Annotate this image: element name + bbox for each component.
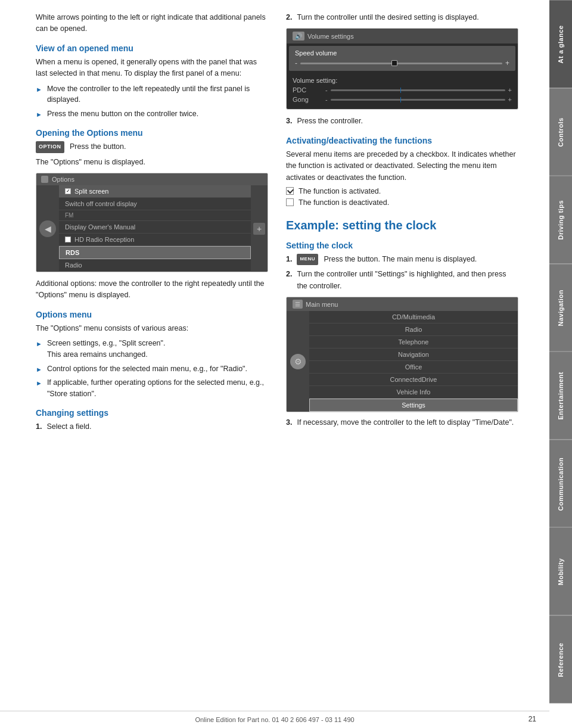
numbered-item-move-left: 3. If necessary, move the controller to … [286, 417, 518, 428]
sidebar-tab-driving-tips[interactable]: Driving tips [549, 176, 572, 264]
menu-item-display-owners-label: Display Owner's Manual [65, 223, 135, 231]
menu-item-rds-label: RDS [66, 249, 79, 256]
menu-item-radio: Radio [59, 259, 251, 272]
main-menu-left-nav: ⚙ [287, 311, 309, 412]
menu-item-switch-off-label: Switch off control display [65, 200, 137, 207]
bullet-screen-settings-content: Screen settings, e.g., "Split screen". T… [47, 338, 166, 360]
nav-circle: ◀ [39, 220, 56, 237]
bullet-screen-settings-text: Screen settings, e.g., "Split screen". [47, 339, 166, 347]
numbered-item-turn-controller: 2. Turn the controller until the desired… [286, 12, 518, 23]
speed-volume-slider-row: - + [295, 59, 509, 67]
numbered-item-select-field-text: Select a field. [46, 421, 91, 433]
bullet-item-2: ► Press the menu button on the controlle… [36, 108, 268, 120]
check-inactive-icon [286, 198, 294, 206]
pdc-plus: + [508, 86, 512, 94]
main-menu-item-vehicle-info: Vehicle Info [309, 386, 518, 399]
pdc-indicator [400, 88, 401, 93]
turn-settings-num: 2. [286, 269, 292, 280]
numbered-item-turn-settings: 2. Turn the controller until "Settings" … [286, 269, 518, 292]
sidebar-tab-entertainment[interactable]: Entertainment [549, 351, 572, 440]
pdc-slider [331, 89, 505, 91]
plus-button: + [253, 223, 265, 235]
main-menu-item-connected-drive: ConnectedDrive [309, 374, 518, 386]
gong-label: Gong [293, 96, 322, 103]
main-menu-screen-image: ☰ Main menu ⚙ CD/Multimedia Radio Teleph… [286, 297, 518, 412]
footer-text: Online Edition for Part no. 01 40 2 606 … [195, 716, 354, 723]
menu-button-label: MENU [297, 254, 318, 265]
bullet-arrow-4: ► [36, 365, 42, 375]
volume-settings-section: Volume setting: PDC - + Gong - + [287, 73, 518, 109]
bullet-arrow-3: ► [36, 339, 42, 349]
press-menu-num: 1. [286, 254, 292, 265]
sidebar-tab-mobility[interactable]: Mobility [549, 527, 572, 615]
sidebar-tab-reference[interactable]: Reference [549, 615, 572, 704]
option-button-label: OPTION [36, 141, 64, 153]
pdc-setting-row: PDC - + [293, 86, 512, 94]
bullet-screen-settings: ► Screen settings, e.g., "Split screen".… [36, 338, 268, 360]
options-menu-desc-para: The "Options" menu consists of various a… [36, 323, 268, 334]
section-heading-setting-clock: Setting the clock [286, 241, 518, 250]
numbered-item-press-menu: 1. MENU Press the button. The main menu … [286, 254, 518, 265]
volume-screen-image: 🔊 Volume settings Speed volume - + Volum… [286, 28, 518, 110]
main-menu-item-office: Office [309, 361, 518, 374]
section-heading-opened-menu: View of an opened menu [36, 43, 268, 53]
menu-item-hd-radio: HD Radio Reception [59, 234, 251, 246]
check-inactive-row: The function is deactivated. [286, 198, 518, 207]
section-heading-options-menu: Opening the Options menu [36, 128, 268, 138]
opened-menu-para: When a menu is opened, it generally open… [36, 57, 268, 80]
speed-vol-minus: - [295, 59, 297, 67]
menu-section-fm: FM [59, 210, 251, 221]
bullet-arrow-1: ► [36, 85, 42, 95]
press-menu-content: MENU Press the button. The main menu is … [297, 254, 477, 265]
options-screen-right-btn: + [251, 185, 268, 272]
menu-item-rds: RDS [59, 246, 251, 259]
speed-volume-row: Speed volume - + [289, 46, 515, 71]
volume-settings-title: Volume setting: [293, 77, 512, 84]
sidebar-tab-controls[interactable]: Controls [549, 88, 572, 176]
press-menu-text: Press the button. The main menu is displ… [324, 255, 477, 263]
pdc-label: PDC [293, 86, 322, 94]
main-menu-title-bar: ☰ Main menu [287, 297, 518, 311]
options-screen-icon [41, 176, 48, 183]
pdc-minus: - [325, 86, 328, 94]
options-screen-title: Options [52, 176, 74, 183]
section-heading-changing-settings: Changing settings [36, 408, 268, 418]
press-controller-text: Press the controller. [297, 116, 362, 127]
sidebar: At a glance Controls Driving tips Naviga… [549, 0, 572, 703]
bullet-control-options: ► Control options for the selected main … [36, 363, 268, 375]
gong-setting-row: Gong - + [293, 96, 512, 103]
volume-screen-title: Volume settings [307, 33, 354, 40]
main-menu-item-cd: CD/Multimedia [309, 311, 518, 323]
additional-options-para: Additional options: move the controller … [36, 278, 268, 301]
options-menu-items: Split screen Switch off control display … [59, 185, 251, 272]
section-heading-activate: Activating/deactivating the functions [286, 136, 518, 145]
options-screen-title-bar: Options [36, 173, 268, 185]
main-menu-title-text: Main menu [306, 301, 338, 308]
speed-vol-thumb [391, 60, 397, 66]
gear-icon: ⚙ [290, 354, 306, 369]
page-number: 21 [529, 715, 536, 723]
move-left-text: If necessary, move the controller to the… [297, 417, 514, 428]
speed-volume-label: Speed volume [295, 49, 509, 57]
main-menu-item-telephone: Telephone [309, 336, 518, 349]
options-caption: The "Options" menu is displayed. [36, 157, 268, 168]
main-menu-item-radio: Radio [309, 323, 518, 336]
bullet-screen-settings-sub: This area remains unchanged. [47, 350, 148, 359]
left-column: White arrows pointing to the left or rig… [36, 12, 268, 436]
menu-item-hd-radio-label: HD Radio Reception [74, 236, 134, 243]
check-active-icon [286, 187, 294, 195]
volume-screen-title-bar: 🔊 Volume settings [287, 29, 518, 43]
section-heading-example: Example: setting the clock [286, 219, 518, 232]
gong-slider [331, 99, 505, 101]
right-column: 2. Turn the controller until the desired… [286, 12, 518, 436]
sidebar-tab-at-a-glance[interactable]: At a glance [549, 0, 572, 88]
menu-item-switch-off: Switch off control display [59, 198, 251, 210]
numbered-item-turn-text: Turn the controller until the desired se… [297, 12, 478, 23]
option-btn-text: Press the button. [70, 142, 126, 151]
sidebar-tab-communication[interactable]: Communication [549, 440, 572, 528]
numbered-item-press-controller: 3. Press the controller. [286, 116, 518, 127]
check-inactive-label: The function is deactivated. [299, 198, 389, 207]
section-heading-options-menu-desc: Options menu [36, 310, 268, 319]
sidebar-tab-navigation[interactable]: Navigation [549, 264, 572, 352]
intro-paragraph: White arrows pointing to the left or rig… [36, 12, 268, 35]
